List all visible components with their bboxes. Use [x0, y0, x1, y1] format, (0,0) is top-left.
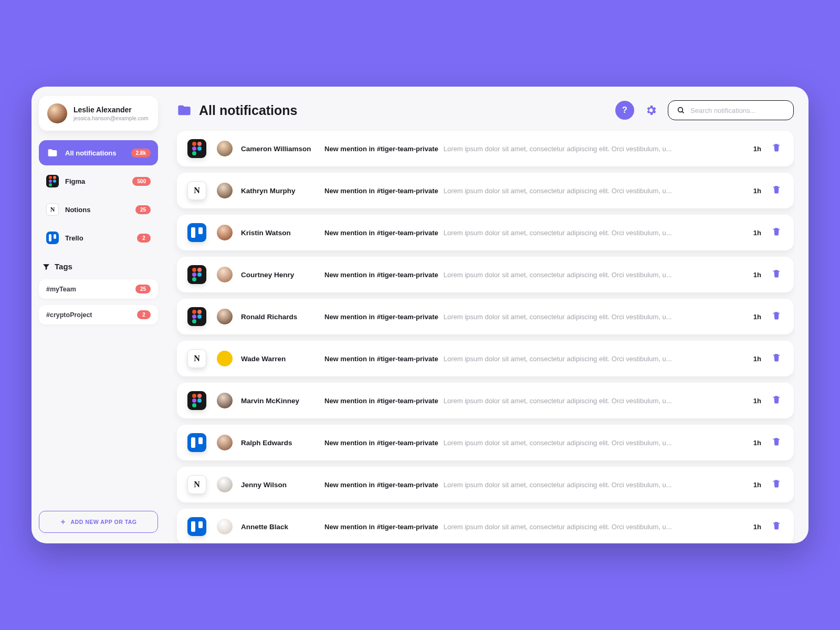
- tag-cryptoproject[interactable]: #cryptoProject 2: [39, 305, 158, 324]
- notification-row[interactable]: Annette BlackNew mention in #tiger-team-…: [177, 509, 794, 543]
- notification-person: Jenny Wilson: [217, 477, 314, 492]
- person-avatar: [217, 435, 233, 450]
- figma-icon: [187, 391, 206, 410]
- tag-label: #myTeam: [46, 286, 130, 293]
- notification-person: Ronald Richards: [217, 309, 314, 324]
- search-icon: [677, 106, 685, 114]
- sidebar: Leslie Alexander jessica.hanson@example.…: [32, 87, 165, 543]
- tags-title: Tags: [55, 262, 72, 271]
- notification-person: Courtney Henry: [217, 267, 314, 282]
- nav-notions[interactable]: N Notions 25: [39, 197, 158, 222]
- figma-icon: [187, 139, 206, 158]
- delete-button[interactable]: [772, 353, 783, 364]
- person-avatar: [217, 309, 233, 324]
- nav-label: Trello: [65, 234, 131, 242]
- person-avatar: [217, 141, 233, 156]
- notification-person: Wade Warren: [217, 351, 314, 366]
- notification-message: New mention in #tiger-team-privateLorem …: [324, 313, 736, 321]
- person-avatar: [217, 393, 233, 408]
- notification-time: 1h: [747, 229, 761, 237]
- person-name: Kristin Watson: [241, 229, 291, 237]
- notion-icon: N: [46, 203, 59, 216]
- settings-button[interactable]: [642, 101, 660, 120]
- person-avatar: [217, 351, 233, 366]
- nav-figma[interactable]: Figma 500: [39, 169, 158, 194]
- notification-message: New mention in #tiger-team-privateLorem …: [324, 229, 736, 237]
- message-body: Lorem ipsum dolor sit amet, consectetur …: [444, 313, 672, 321]
- notification-time: 1h: [747, 481, 761, 489]
- help-button[interactable]: ?: [615, 101, 634, 120]
- nav-badge: 25: [135, 205, 151, 214]
- message-body: Lorem ipsum dolor sit amet, consectetur …: [444, 439, 672, 447]
- nav-all-notifications[interactable]: All notifications 2.8k: [39, 140, 158, 165]
- user-card[interactable]: Leslie Alexander jessica.hanson@example.…: [39, 96, 158, 131]
- delete-button[interactable]: [772, 395, 783, 406]
- notification-row[interactable]: Cameron WilliamsonNew mention in #tiger-…: [177, 131, 794, 166]
- person-name: Ronald Richards: [241, 313, 297, 321]
- notification-row[interactable]: Kristin WatsonNew mention in #tiger-team…: [177, 215, 794, 250]
- figma-icon: [187, 265, 206, 284]
- delete-button[interactable]: [772, 437, 783, 448]
- notification-person: Kristin Watson: [217, 225, 314, 240]
- notification-message: New mention in #tiger-team-privateLorem …: [324, 523, 736, 531]
- notification-message: New mention in #tiger-team-privateLorem …: [324, 271, 736, 279]
- message-body: Lorem ipsum dolor sit amet, consectetur …: [444, 481, 672, 489]
- user-name: Leslie Alexander: [74, 106, 149, 114]
- notification-row[interactable]: Ronald RichardsNew mention in #tiger-tea…: [177, 299, 794, 334]
- notification-row[interactable]: NKathryn MurphyNew mention in #tiger-tea…: [177, 173, 794, 208]
- delete-button[interactable]: [772, 311, 783, 322]
- nav-badge: 2.8k: [131, 149, 151, 158]
- message-body: Lorem ipsum dolor sit amet, consectetur …: [444, 145, 672, 153]
- message-body: Lorem ipsum dolor sit amet, consectetur …: [444, 523, 672, 531]
- filter-icon: [42, 262, 50, 271]
- topbar: All notifications ?: [172, 98, 795, 129]
- delete-button[interactable]: [772, 227, 783, 238]
- message-title: New mention in #tiger-team-private: [324, 481, 438, 489]
- message-title: New mention in #tiger-team-private: [324, 355, 438, 363]
- notification-row[interactable]: NJenny WilsonNew mention in #tiger-team-…: [177, 467, 794, 502]
- delete-button[interactable]: [772, 143, 783, 154]
- nav-badge: 500: [132, 177, 151, 186]
- delete-button[interactable]: [772, 521, 783, 532]
- question-icon: ?: [622, 106, 627, 115]
- message-title: New mention in #tiger-team-private: [324, 271, 438, 279]
- trello-icon: [46, 232, 59, 244]
- nav-trello[interactable]: Trello 2: [39, 225, 158, 250]
- delete-button[interactable]: [772, 269, 783, 280]
- notification-row[interactable]: NWade WarrenNew mention in #tiger-team-p…: [177, 341, 794, 376]
- notification-person: Cameron Williamson: [217, 141, 314, 156]
- notification-row[interactable]: Courtney HenryNew mention in #tiger-team…: [177, 257, 794, 292]
- message-body: Lorem ipsum dolor sit amet, consectetur …: [444, 187, 672, 195]
- delete-button[interactable]: [772, 479, 783, 490]
- message-body: Lorem ipsum dolor sit amet, consectetur …: [444, 355, 672, 363]
- svg-point-0: [678, 108, 683, 112]
- gear-icon: [645, 104, 657, 117]
- tag-myteam[interactable]: #myTeam 25: [39, 279, 158, 299]
- person-name: Annette Black: [241, 523, 288, 531]
- message-title: New mention in #tiger-team-private: [324, 397, 438, 405]
- person-avatar: [217, 183, 233, 198]
- notification-message: New mention in #tiger-team-privateLorem …: [324, 355, 736, 363]
- message-title: New mention in #tiger-team-private: [324, 187, 438, 195]
- person-name: Wade Warren: [241, 355, 286, 363]
- plus-icon: [60, 519, 66, 525]
- trello-icon: [187, 223, 206, 242]
- message-body: Lorem ipsum dolor sit amet, consectetur …: [444, 397, 672, 405]
- trello-icon: [187, 433, 206, 452]
- message-title: New mention in #tiger-team-private: [324, 229, 438, 237]
- notification-row[interactable]: Marvin McKinneyNew mention in #tiger-tea…: [177, 383, 794, 418]
- notification-message: New mention in #tiger-team-privateLorem …: [324, 439, 736, 447]
- search-input[interactable]: [690, 107, 785, 114]
- notification-row[interactable]: Ralph EdwardsNew mention in #tiger-team-…: [177, 425, 794, 460]
- tag-badge: 2: [137, 310, 151, 319]
- user-email: jessica.hanson@example.com: [74, 115, 149, 121]
- search-box[interactable]: [668, 100, 794, 120]
- notification-message: New mention in #tiger-team-privateLorem …: [324, 145, 736, 153]
- add-app-tag-button[interactable]: ADD NEW APP OR TAG: [39, 511, 158, 533]
- nav-list: All notifications 2.8k Figma 500 N Notio…: [39, 140, 158, 250]
- person-name: Ralph Edwards: [241, 439, 292, 447]
- delete-button[interactable]: [772, 185, 783, 196]
- nav-label: Notions: [65, 206, 129, 214]
- notification-message: New mention in #tiger-team-privateLorem …: [324, 481, 736, 489]
- notification-list: Cameron WilliamsonNew mention in #tiger-…: [172, 129, 795, 543]
